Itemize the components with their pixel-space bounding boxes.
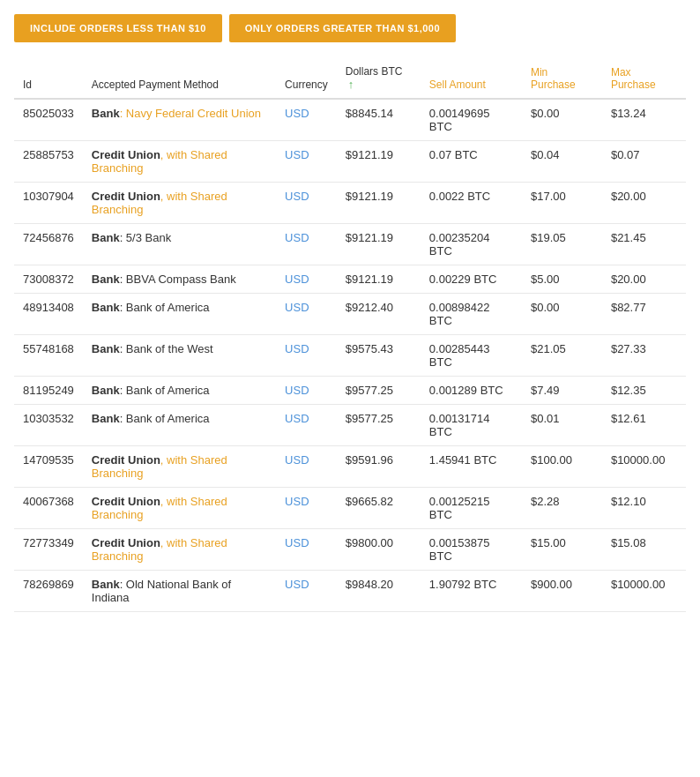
table-row: 48913408Bank: Bank of AmericaUSD$9212.40… — [14, 294, 686, 335]
cell-sell-amount: 1.90792 BTC — [421, 571, 522, 612]
cell-min-purchase: $100.00 — [522, 446, 602, 488]
col-header-payment: Accepted Payment Method — [83, 58, 276, 99]
col-header-dollars: Dollars BTC ↑ — [337, 58, 421, 99]
cell-payment: Bank: Navy Federal Credit Union — [83, 99, 276, 141]
cell-sell-amount: 0.00285443 BTC — [421, 335, 522, 377]
cell-currency: USD — [276, 446, 337, 488]
cell-min-purchase: $5.00 — [522, 265, 602, 294]
col-header-currency: Currency — [276, 58, 337, 99]
payment-type: Bank — [92, 301, 120, 314]
table-row: 25885753Credit Union, with Shared Branch… — [14, 141, 686, 183]
cell-max-purchase: $15.08 — [602, 529, 686, 571]
table-row: 73008372Bank: BBVA Compass BankUSD$9121.… — [14, 265, 686, 294]
cell-id: 81195249 — [14, 377, 83, 405]
cell-max-purchase: $20.00 — [602, 265, 686, 294]
cell-payment: Bank: Bank of the West — [83, 335, 276, 377]
cell-max-purchase: $13.24 — [602, 99, 686, 141]
cell-currency: USD — [276, 529, 337, 571]
cell-sell-amount: 0.00125215 BTC — [421, 488, 522, 529]
cell-dollars: $9665.82 — [337, 488, 421, 529]
include-less-10-button[interactable]: INCLUDE ORDERS LESS THAN $10 — [14, 14, 222, 42]
payment-type: Bank — [92, 107, 120, 120]
button-row: INCLUDE ORDERS LESS THAN $10 ONLY ORDERS… — [14, 14, 686, 42]
cell-min-purchase: $2.28 — [522, 488, 602, 529]
col-header-min-purchase: Min Purchase — [522, 58, 602, 99]
payment-name: : 5/3 Bank — [120, 231, 172, 244]
cell-max-purchase: $0.07 — [602, 141, 686, 183]
payment-type: Bank — [92, 578, 120, 591]
cell-dollars: $9121.19 — [337, 141, 421, 183]
cell-dollars: $9848.20 — [337, 571, 421, 612]
cell-sell-amount: 0.00131714 BTC — [421, 405, 522, 446]
cell-min-purchase: $21.05 — [522, 335, 602, 377]
cell-id: 72773349 — [14, 529, 83, 571]
cell-dollars: $9577.25 — [337, 405, 421, 446]
cell-currency: USD — [276, 571, 337, 612]
cell-max-purchase: $10000.00 — [602, 571, 686, 612]
cell-min-purchase: $0.01 — [522, 405, 602, 446]
cell-dollars: $9575.43 — [337, 335, 421, 377]
cell-id: 72456876 — [14, 224, 83, 265]
payment-type: Credit Union — [92, 536, 160, 549]
table-row: 55748168Bank: Bank of the WestUSD$9575.4… — [14, 335, 686, 377]
cell-max-purchase: $20.00 — [602, 183, 686, 224]
cell-sell-amount: 0.001289 BTC — [421, 377, 522, 405]
cell-id: 10303532 — [14, 405, 83, 446]
cell-id: 73008372 — [14, 265, 83, 294]
dollars-btc-label: Dollars BTC — [346, 65, 403, 78]
cell-min-purchase: $0.04 — [522, 141, 602, 183]
cell-max-purchase: $27.33 — [602, 335, 686, 377]
cell-dollars: $9121.19 — [337, 183, 421, 224]
payment-type: Credit Union — [92, 453, 160, 467]
only-greater-1000-button[interactable]: ONLY ORDERS GREATER THAN $1,000 — [229, 14, 456, 42]
table-row: 78269869Bank: Old National Bank of India… — [14, 571, 686, 612]
cell-dollars: $9212.40 — [337, 294, 421, 335]
payment-name[interactable]: : Navy Federal Credit Union — [120, 107, 261, 120]
cell-id: 48913408 — [14, 294, 83, 335]
cell-sell-amount: 0.00235204 BTC — [421, 224, 522, 265]
cell-max-purchase: $10000.00 — [602, 446, 686, 488]
payment-type: Bank — [92, 384, 120, 397]
table-row: 10303532Bank: Bank of AmericaUSD$9577.25… — [14, 405, 686, 446]
cell-id: 10307904 — [14, 183, 83, 224]
cell-payment: Bank: 5/3 Bank — [83, 224, 276, 265]
payment-type: Credit Union — [92, 148, 160, 161]
orders-table: Id Accepted Payment Method Currency Doll… — [14, 58, 686, 612]
cell-dollars: $9800.00 — [337, 529, 421, 571]
cell-payment: Bank: Bank of America — [83, 294, 276, 335]
cell-payment: Credit Union, with Shared Branching — [83, 183, 276, 224]
table-row: 40067368Credit Union, with Shared Branch… — [14, 488, 686, 529]
cell-currency: USD — [276, 488, 337, 529]
cell-min-purchase: $17.00 — [522, 183, 602, 224]
cell-sell-amount: 0.00153875 BTC — [421, 529, 522, 571]
cell-currency: USD — [276, 183, 337, 224]
payment-name: : Bank of the West — [120, 342, 213, 355]
col-header-id: Id — [14, 58, 83, 99]
cell-currency: USD — [276, 405, 337, 446]
table-row: 14709535Credit Union, with Shared Branch… — [14, 446, 686, 488]
table-row: 10307904Credit Union, with Shared Branch… — [14, 183, 686, 224]
cell-payment: Bank: Bank of America — [83, 377, 276, 405]
cell-sell-amount: 1.45941 BTC — [421, 446, 522, 488]
cell-max-purchase: $82.77 — [602, 294, 686, 335]
cell-currency: USD — [276, 265, 337, 294]
table-row: 72773349Credit Union, with Shared Branch… — [14, 529, 686, 571]
cell-dollars: $9121.19 — [337, 265, 421, 294]
payment-name: : Bank of America — [120, 301, 210, 314]
cell-payment: Bank: Bank of America — [83, 405, 276, 446]
cell-currency: USD — [276, 294, 337, 335]
payment-type: Credit Union — [92, 495, 160, 508]
cell-sell-amount: 0.00149695 BTC — [421, 99, 522, 141]
table-header-row: Id Accepted Payment Method Currency Doll… — [14, 58, 686, 99]
cell-max-purchase: $12.10 — [602, 488, 686, 529]
cell-min-purchase: $900.00 — [522, 571, 602, 612]
payment-type: Bank — [92, 412, 120, 425]
col-header-sell-amount: Sell Amount — [421, 58, 522, 99]
cell-sell-amount: 0.00898422 BTC — [421, 294, 522, 335]
cell-min-purchase: $19.05 — [522, 224, 602, 265]
cell-id: 85025033 — [14, 99, 83, 141]
sort-arrow-icon[interactable]: ↑ — [348, 78, 354, 91]
cell-max-purchase: $21.45 — [602, 224, 686, 265]
cell-max-purchase: $12.61 — [602, 405, 686, 446]
table-row: 81195249Bank: Bank of AmericaUSD$9577.25… — [14, 377, 686, 405]
